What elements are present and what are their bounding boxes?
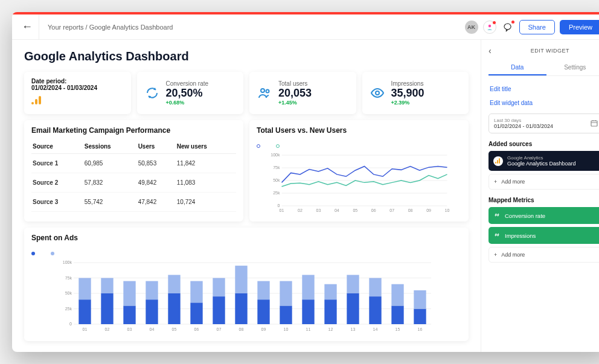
sidebar-back-icon[interactable]: ‹ [488, 46, 496, 56]
back-arrow-icon[interactable]: ← [22, 14, 39, 39]
svg-text:14: 14 [373, 327, 378, 331]
legend-dot-icon [31, 252, 35, 255]
plus-icon: + [494, 179, 497, 185]
svg-text:50k: 50k [65, 291, 72, 295]
avatar-user-1[interactable]: AK [465, 21, 478, 34]
add-metric-button[interactable]: + Add more [488, 247, 599, 263]
avatar-user-2[interactable] [483, 21, 496, 34]
kpi-delta: +1.45% [278, 100, 349, 106]
kpi-value: 20,053 [278, 87, 349, 100]
metric-impressions[interactable]: Impressions [488, 227, 599, 244]
svg-rect-80 [391, 284, 403, 306]
svg-rect-49 [168, 293, 180, 324]
chat-icon[interactable] [501, 21, 514, 34]
metric-label: Conversion rate [505, 212, 545, 219]
sidebar-tabs: Data Settings [488, 60, 599, 76]
svg-text:07: 07 [217, 327, 222, 331]
svg-rect-76 [369, 296, 381, 324]
tab-data[interactable]: Data [488, 60, 546, 75]
svg-rect-88 [499, 158, 500, 164]
metric-label: Impressions [505, 232, 536, 239]
svg-text:0: 0 [278, 203, 280, 208]
kpi-conversion-rate: Conversion rate 20,50% +0.68% [137, 72, 244, 114]
svg-text:10: 10 [445, 208, 450, 212]
svg-text:04: 04 [150, 327, 155, 331]
metric-conversion-rate[interactable]: Conversion rate [488, 207, 599, 224]
link-icon [493, 231, 501, 240]
eye-icon [370, 85, 385, 101]
table-cell: 11,842 [176, 154, 236, 173]
add-more-label: Add more [501, 252, 525, 258]
table-header: Sessions [83, 139, 137, 154]
mapped-metrics-title: Mapped Metrics [488, 197, 599, 203]
date-period-label: Date period: [31, 78, 124, 85]
svg-text:05: 05 [353, 208, 357, 212]
ga-logo-icon [493, 156, 503, 166]
svg-rect-65 [280, 281, 292, 306]
svg-text:25k: 25k [65, 307, 72, 311]
legend-dot-icon [51, 252, 54, 255]
sidebar: ‹ EDIT WIDGET Data Settings Edit title ▸… [481, 40, 599, 352]
performance-table: SourceSessionsUsersNew users Source 160,… [31, 139, 236, 212]
table-row: Source 257,83249,84211,083 [31, 173, 236, 193]
svg-text:06: 06 [371, 208, 376, 212]
preview-button[interactable]: Preview [560, 20, 599, 34]
main-panel: Google Analytics Dashboard Date period: … [12, 40, 481, 352]
breadcrumb[interactable]: Your reports / Google Analytics Dashboar… [48, 24, 173, 31]
svg-rect-41 [101, 278, 113, 294]
sidebar-title: EDIT WIDGET [496, 48, 599, 54]
date-picker[interactable]: Last 30 days 01/02/2024 - 01/03/2024 [488, 113, 599, 133]
svg-rect-38 [78, 278, 91, 300]
legend-dot-icon [276, 144, 280, 148]
svg-rect-74 [347, 275, 359, 293]
table-row: Source 355,74247,84210,724 [31, 193, 236, 212]
table-cell: 57,832 [83, 173, 137, 193]
svg-text:05: 05 [172, 327, 177, 331]
svg-text:0: 0 [69, 322, 72, 326]
svg-rect-59 [235, 266, 247, 293]
ga-logo-icon [31, 95, 43, 106]
svg-point-4 [261, 89, 264, 92]
spent-on-ads-card: Spent on Ads 025k50k75k100k0102030405060… [24, 228, 469, 341]
svg-text:100k: 100k [63, 260, 72, 264]
email-performance-card: Email Marketing Campaign Performance Sou… [24, 120, 243, 222]
kpi-delta: +2.39% [391, 100, 462, 106]
share-button[interactable]: Share [519, 20, 555, 34]
card-title: Total Users vs. New Users [257, 126, 461, 135]
svg-rect-67 [302, 299, 314, 324]
added-sources-title: Added sources [488, 141, 599, 147]
svg-rect-86 [495, 162, 496, 164]
status-dot-icon [493, 21, 496, 24]
topbar-right: AK Share Preview [465, 20, 599, 34]
source-top-label: Google Analytics [507, 155, 576, 161]
source-name: Google Analytics Dashboard [507, 161, 576, 167]
svg-rect-87 [497, 160, 498, 164]
table-cell: 11,083 [176, 173, 236, 193]
svg-text:15: 15 [396, 327, 400, 331]
kpi-label: Impressions [391, 80, 462, 87]
svg-rect-2 [35, 99, 37, 104]
svg-rect-82 [414, 309, 426, 325]
source-google-analytics[interactable]: Google Analytics Google Analytics Dashbo… [488, 151, 599, 171]
kpi-total-users: Total users 20,053 +1.45% [249, 72, 356, 114]
svg-point-6 [376, 91, 379, 95]
users-chart-card: Total Users vs. New Users 025k50k75k100k… [249, 120, 469, 222]
svg-text:02: 02 [298, 208, 303, 212]
edit-title-toggle[interactable]: Edit title ▸ [488, 82, 599, 96]
svg-text:03: 03 [316, 208, 321, 212]
card-title: Email Marketing Campaign Performance [31, 126, 236, 135]
refresh-icon [144, 85, 160, 101]
legend [257, 139, 461, 150]
edit-widget-data-toggle[interactable]: Edit widget data ▾ [488, 96, 599, 110]
link-icon [493, 211, 501, 220]
sidebar-header: ‹ EDIT WIDGET [488, 46, 599, 56]
svg-rect-70 [324, 299, 336, 324]
legend-dot-icon [257, 144, 260, 148]
svg-rect-77 [369, 278, 381, 297]
add-source-button[interactable]: + Add more [488, 174, 599, 190]
mid-row: Email Marketing Campaign Performance Sou… [24, 120, 469, 222]
svg-rect-44 [123, 281, 135, 306]
svg-text:07: 07 [389, 208, 394, 212]
tab-settings[interactable]: Settings [546, 60, 600, 75]
svg-rect-43 [123, 305, 135, 324]
